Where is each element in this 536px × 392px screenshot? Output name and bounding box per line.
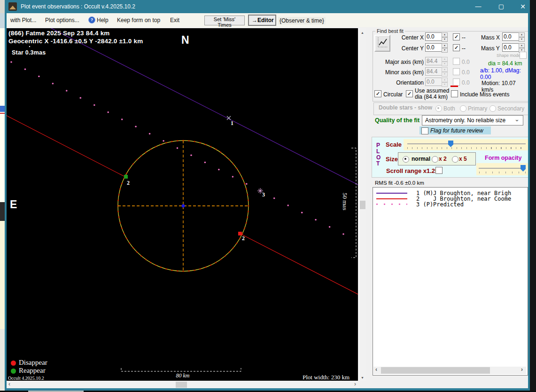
bg-fragment: [0, 202, 5, 221]
bg-fragment: [0, 0, 5, 13]
menu-plot-options[interactable]: Plot options...: [45, 17, 79, 24]
listbox-scroll-thumb[interactable]: [381, 367, 490, 374]
chord1-line-sample: [376, 193, 407, 194]
form-opacity-slider[interactable]: [476, 163, 528, 175]
center-y-fit-checkbox[interactable]: ✓: [453, 44, 460, 51]
north-label: N: [181, 34, 189, 47]
scroll-range-checkbox[interactable]: [435, 167, 443, 174]
scale-slider-track[interactable]: [407, 143, 526, 144]
menu-keep-form-on-top[interactable]: Keep form on top: [117, 17, 160, 24]
size-label: Size: [386, 156, 398, 163]
orientation-input: [425, 78, 442, 86]
menu-exit[interactable]: Exit: [170, 17, 179, 24]
size-x2-label: x 2: [439, 156, 447, 162]
scroll-left-icon[interactable]: ‹: [375, 367, 377, 372]
title-bar[interactable]: Plot event observations : Occult v.4.202…: [5, 0, 530, 13]
listbox-horizontal-scrollbar[interactable]: ‹ ›: [373, 367, 526, 374]
editor-button[interactable]: →Editor: [248, 15, 276, 26]
use-assumed-checkbox[interactable]: ✓: [406, 90, 413, 97]
window-title: Plot event observations : Occult v.4.202…: [21, 3, 135, 10]
set-miss-times-button[interactable]: Set 'Miss' Times: [204, 16, 245, 25]
occultation-plot[interactable]: 1 2 2 3 (866) Fatme 2025 Sep 23 84.4 km …: [7, 28, 358, 381]
center-x-fit-checkbox[interactable]: ✓: [453, 33, 460, 40]
form-opacity-ticks: [479, 172, 526, 173]
observer-time-label: {Observer & time}: [278, 17, 326, 24]
center-x-spinner[interactable]: ▲▼: [442, 32, 448, 41]
major-axis-label: Major axis (km): [381, 59, 424, 65]
circular-checkbox[interactable]: ✓: [374, 90, 381, 97]
star-size-label: Star 0.3mas: [12, 49, 46, 56]
km-scale-label: 80 km: [162, 372, 204, 379]
scale-slider-thumb[interactable]: [448, 141, 453, 147]
size-x5-radio[interactable]: [452, 156, 458, 163]
mass-x-label: Mass X: [481, 34, 500, 41]
plot-letter-p: P: [376, 142, 380, 149]
scroll-left-icon[interactable]: ‹: [8, 382, 10, 387]
major-axis-cb-value: 0.0: [462, 59, 470, 65]
shape-model-label: Shape model: [497, 53, 521, 58]
plot-letter-l: L: [376, 148, 380, 155]
window-border-right: [528, 13, 530, 391]
flag-review-checkbox[interactable]: [421, 127, 428, 134]
include-miss-checkbox[interactable]: [451, 90, 458, 97]
minimize-button[interactable]: —: [469, 0, 488, 13]
size-radio-group: normal x 2 x 5: [398, 152, 476, 165]
flag-review-row: Flag for future review: [419, 126, 491, 134]
observer-id: 3 (P): [416, 201, 433, 208]
star-size-dot: [29, 46, 30, 47]
desktop-background-right: [530, 0, 536, 392]
center-x-input[interactable]: [425, 32, 442, 41]
scale-slider[interactable]: [404, 139, 529, 150]
circular-label: Circular: [383, 91, 403, 98]
center-y-input[interactable]: [425, 43, 442, 52]
form-opacity-track[interactable]: [479, 168, 526, 169]
chevron-down-icon[interactable]: ⌄: [514, 116, 520, 123]
legend-disappear: Disappear: [19, 359, 47, 367]
scale-slider-ticks: [407, 147, 526, 149]
close-button[interactable]: ✕: [513, 0, 532, 13]
form-opacity-label: Form opacity: [485, 155, 522, 161]
include-miss-label: Include Miss events: [460, 91, 509, 98]
bg-fragment: [0, 13, 5, 28]
shape-model-checkbox[interactable]: [520, 52, 527, 59]
plot-horizontal-scrollbar[interactable]: ‹ ›: [7, 381, 359, 388]
reappear-marker-chord2: [124, 175, 128, 179]
plot-vertical-scrollbar[interactable]: ▲ ▼: [359, 28, 366, 381]
background-window-strip: [0, 0, 5, 392]
orientation-fit-checkbox: [453, 78, 460, 86]
double-stars-both-label: Both: [443, 105, 455, 112]
scale-label: Scale: [386, 141, 402, 148]
plot-letter-o: O: [376, 154, 381, 161]
mass-y-spinner[interactable]: ▲▼: [519, 43, 525, 52]
size-x2-radio[interactable]: [432, 156, 438, 163]
fit-chart-button[interactable]: [374, 35, 390, 52]
size-normal-radio[interactable]: [403, 156, 409, 163]
km-scale-bracket: [121, 368, 241, 371]
maximize-button[interactable]: ▢: [492, 0, 511, 13]
scroll-down-icon[interactable]: ▼: [361, 375, 364, 380]
center-y-spinner[interactable]: ▲▼: [442, 43, 448, 52]
dia-text: dia = 84.4 km: [488, 60, 522, 67]
mass-y-input[interactable]: [502, 43, 519, 52]
mass-x-spinner[interactable]: ▲▼: [519, 32, 525, 41]
menu-with-plot[interactable]: with Plot...: [10, 17, 36, 24]
size-normal-label: normal: [412, 156, 430, 162]
menu-help[interactable]: Help: [97, 17, 109, 24]
double-stars-primary-radio: [460, 105, 466, 112]
mas-scale-label: 50 mas: [341, 193, 349, 249]
horizontal-scroll-thumb[interactable]: [176, 382, 187, 388]
quality-dropdown[interactable]: Astrometry only. No reliable size ⌄: [422, 115, 523, 125]
observer-row[interactable]: 3 (P) Predicted: [373, 201, 527, 207]
scroll-right-icon[interactable]: ›: [521, 367, 523, 372]
vertical-scroll-thumb[interactable]: [360, 201, 365, 209]
disappear-dot: [11, 361, 16, 366]
form-opacity-thumb[interactable]: [520, 165, 526, 172]
scroll-range-label: Scroll range x1.25: [386, 167, 438, 174]
screen: Plot event observations : Occult v.4.202…: [0, 0, 536, 392]
observers-listbox[interactable]: 1 (M) J Broughton, near Brigh 2 J Brough…: [373, 187, 528, 376]
scroll-up-icon[interactable]: ▲: [361, 30, 364, 35]
plot-letter-t: T: [376, 160, 380, 167]
scroll-right-icon[interactable]: ›: [354, 382, 356, 387]
mass-x-input[interactable]: [502, 32, 519, 41]
minor-axis-fit-checkbox: [453, 68, 460, 75]
